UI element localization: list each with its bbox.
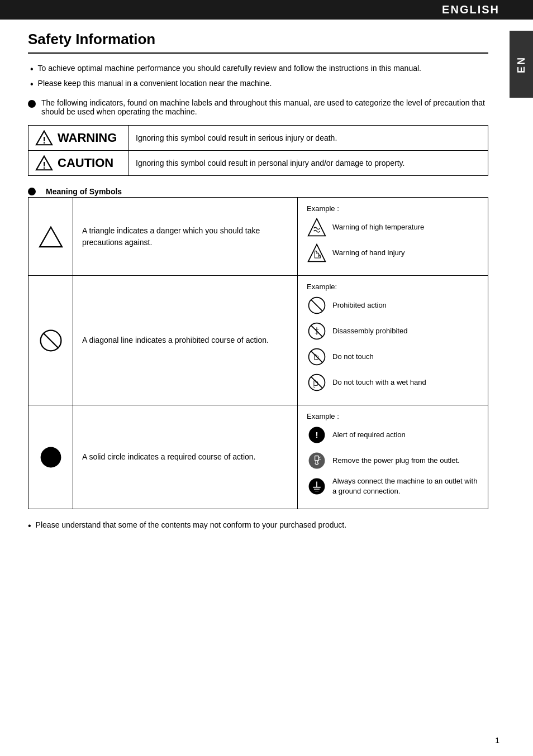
unplug-text: Remove the power plug from the outlet. xyxy=(332,456,460,466)
symbols-row-prohibited: A diagonal line indicates a prohibited c… xyxy=(28,276,488,405)
hand-injury-icon xyxy=(307,243,327,263)
meaning-header-text: Meaning of Symbols xyxy=(46,187,122,196)
caution-triangle-icon: ! xyxy=(35,155,53,171)
triangle-symbol-icon xyxy=(38,226,64,248)
svg-text:!: ! xyxy=(42,161,45,170)
no-wet-hand-text: Do not touch with a wet hand xyxy=(332,377,426,387)
svg-line-8 xyxy=(43,333,59,348)
example-item-no-wet-hand: Do not touch with a wet hand xyxy=(307,372,479,393)
bullet-dot-1: • xyxy=(30,64,34,74)
bullet-item-1: • To achieve optimal machine performance… xyxy=(28,64,488,74)
prohibited-description: A diagonal line indicates a prohibited c… xyxy=(82,334,269,346)
alert-required-icon: ! xyxy=(307,425,327,445)
circle-bullet-icon xyxy=(28,100,36,108)
language-label: ENGLISH xyxy=(442,3,499,16)
meaning-header: Meaning of Symbols xyxy=(28,187,488,196)
required-desc-cell: A solid circle indicates a required cour… xyxy=(73,405,298,509)
side-tab: EN xyxy=(510,31,533,98)
footer-bullet-text: Please understand that some of the conte… xyxy=(36,520,346,529)
example-item-disassembly: Disassembly prohibited xyxy=(307,321,479,341)
intro-paragraph-text: The following indicators, found on machi… xyxy=(41,98,488,116)
svg-text:!: ! xyxy=(315,430,318,439)
no-wet-hand-icon xyxy=(307,372,327,393)
do-not-touch-icon xyxy=(307,347,327,367)
prohibited-desc-cell: A diagonal line indicates a prohibited c… xyxy=(73,276,298,405)
bullet-section: • To achieve optimal machine performance… xyxy=(28,64,488,89)
warning-description: Ignoring this symbol could result in ser… xyxy=(129,126,344,150)
example-item-hand-injury: Warning of hand injury xyxy=(307,243,479,263)
warning-row: ! WARNING Ignoring this symbol could res… xyxy=(28,126,488,151)
disassembly-text: Disassembly prohibited xyxy=(332,326,407,336)
footer-bullet-block: • Please understand that some of the con… xyxy=(28,520,488,531)
symbols-table: A triangle indicates a danger which you … xyxy=(28,197,488,509)
prohibited-symbol-icon xyxy=(38,328,64,353)
meaning-circle-bullet xyxy=(28,188,36,195)
svg-marker-5 xyxy=(308,219,326,236)
triangle-icon-cell xyxy=(28,198,73,275)
ground-text: Always connect the machine to an outlet … xyxy=(332,476,479,496)
high-temp-icon xyxy=(307,217,327,237)
symbols-row-required: A solid circle indicates a required cour… xyxy=(28,405,488,509)
footer-bullet-dot: • xyxy=(28,521,31,531)
high-temp-text: Warning of high temperature xyxy=(332,222,424,232)
hand-injury-text: Warning of hand injury xyxy=(332,248,405,258)
bullet-dot-2: • xyxy=(30,79,34,89)
triangle-desc-cell: A triangle indicates a danger which you … xyxy=(73,198,298,275)
alert-required-text: Alert of required action xyxy=(332,430,406,440)
symbols-row-triangle: A triangle indicates a danger which you … xyxy=(28,198,488,276)
triangle-description: A triangle indicates a danger which you … xyxy=(82,225,288,248)
required-example-title: Example : xyxy=(307,412,479,420)
caution-description: Ignoring this symbol could result in per… xyxy=(129,151,411,175)
header-bar: ENGLISH xyxy=(0,0,533,20)
disassembly-prohibited-icon xyxy=(307,321,327,341)
example-item-alert: ! Alert of required action xyxy=(307,425,479,445)
svg-point-17 xyxy=(40,447,61,467)
warn-caution-table: ! WARNING Ignoring this symbol could res… xyxy=(28,125,488,176)
required-example-cell: Example : ! Alert of required action xyxy=(298,405,488,509)
prohibited-example-title: Example: xyxy=(307,283,479,291)
intro-paragraph-block: The following indicators, found on machi… xyxy=(28,98,488,116)
triangle-example-title: Example : xyxy=(307,204,479,213)
caution-text: CAUTION xyxy=(58,156,113,170)
example-item-unplug: Remove the power plug from the outlet. xyxy=(307,451,479,471)
svg-line-16 xyxy=(311,377,322,388)
warning-triangle-icon: ! xyxy=(35,130,53,146)
svg-line-10 xyxy=(311,300,322,311)
bullet-text-2: Please keep this manual in a convenient … xyxy=(38,79,272,88)
side-tab-label: EN xyxy=(516,56,527,73)
example-item-prohibited: Prohibited action xyxy=(307,295,479,315)
required-description: A solid circle indicates a required cour… xyxy=(82,451,256,463)
triangle-example-cell: Example : Warning of high temperature xyxy=(298,198,488,275)
page-title: Safety Information xyxy=(28,31,488,54)
do-not-touch-text: Do not touch xyxy=(332,352,374,362)
caution-row: ! CAUTION Ignoring this symbol could res… xyxy=(28,151,488,175)
bullet-text-1: To achieve optimal machine performance y… xyxy=(38,64,421,73)
example-item-ground: Always connect the machine to an outlet … xyxy=(307,476,479,496)
prohibited-action-text: Prohibited action xyxy=(332,300,387,310)
prohibited-example-cell: Example: Prohibited action xyxy=(298,276,488,405)
prohibited-action-icon xyxy=(307,295,327,315)
warning-label-cell: ! WARNING xyxy=(28,126,129,150)
example-item-no-touch: Do not touch xyxy=(307,347,479,367)
required-symbol-icon xyxy=(38,444,64,470)
page-number: 1 xyxy=(495,736,499,745)
bullet-item-2: • Please keep this manual in a convenien… xyxy=(28,79,488,89)
svg-marker-4 xyxy=(40,227,62,246)
warning-text: WARNING xyxy=(58,131,117,145)
unplug-icon xyxy=(307,451,327,471)
example-item-high-temp: Warning of high temperature xyxy=(307,217,479,237)
ground-icon xyxy=(307,476,327,496)
prohibited-icon-cell xyxy=(28,276,73,405)
svg-text:!: ! xyxy=(42,136,45,145)
required-icon-cell xyxy=(28,405,73,509)
caution-label-cell: ! CAUTION xyxy=(28,151,129,175)
main-content: Safety Information • To achieve optimal … xyxy=(0,20,533,564)
svg-line-14 xyxy=(311,351,322,362)
